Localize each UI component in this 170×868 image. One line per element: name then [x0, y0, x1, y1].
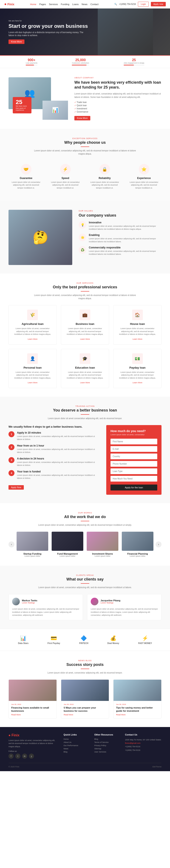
blog-1-read[interactable]: Read More	[11, 714, 54, 716]
loan-type[interactable]	[111, 468, 157, 474]
work-carousel: ‹ Startup Funding Lorem ipsum dolor Fund…	[8, 532, 162, 557]
nav-right: 🔍 +1(456) 754-5216 Login Apply now	[114, 2, 166, 7]
loan-step-1: 1 Apply in 10 minutes Lorem ipsum dolor …	[8, 431, 100, 441]
carousel-next[interactable]: ›	[155, 541, 162, 547]
loan-steps-section: We usually follow 4 steps to get a bette…	[8, 425, 100, 495]
loan-phone[interactable]	[111, 461, 157, 467]
quick-link-news[interactable]: News	[63, 748, 88, 750]
loan-header: Trading action You deserve a better busi…	[8, 405, 162, 420]
value-responsible: ♻️ Commercially responsible Lorem ipsum …	[79, 246, 162, 256]
carousel-prev[interactable]: ‹	[8, 541, 15, 547]
agricultural-learn[interactable]: Learn More	[13, 338, 52, 340]
resource-terms[interactable]: Terms of Service	[94, 741, 119, 743]
education-learn[interactable]: Learn More	[65, 381, 105, 384]
nav-news[interactable]: News	[82, 3, 88, 5]
investment-image	[87, 532, 118, 551]
blog-2-date: Jun 30, 2019	[64, 704, 107, 705]
services-label: Our Services	[8, 282, 162, 284]
loan-form-sub: Lorem ipsum dolor sit amet, consectetur	[111, 434, 157, 436]
nav-funding[interactable]: Funding	[61, 3, 69, 5]
loan-firstname[interactable]	[111, 439, 157, 444]
resource-user[interactable]: User Services	[94, 751, 119, 753]
testi-1-avatar	[12, 598, 20, 606]
financial-sub: Lorem ipsum dolor	[122, 555, 153, 557]
contact-email[interactable]: finixio@gmail.com	[125, 741, 162, 745]
agricultural-icon: 🌾	[27, 310, 38, 320]
stat-customers: 25,000 Customers satisfaction	[72, 58, 89, 65]
dealmoney-icon: 💰	[107, 635, 119, 641]
about-text: Lorem ipsum dolor sit amet, consectetur …	[74, 92, 162, 99]
nav-pages[interactable]: Pages	[39, 3, 46, 5]
work-startup: Startup Funding Lorem ipsum dolor	[17, 532, 48, 557]
service-agricultural: 🌾 Agricultural loan Lorem ipsum dolor si…	[8, 305, 57, 345]
quick-link-blog[interactable]: Blog	[63, 751, 88, 753]
phone-number: +1(456) 754-5216	[119, 3, 136, 5]
quick-link-home[interactable]: Home	[63, 738, 88, 740]
values-title: Our company values	[79, 213, 162, 218]
nav-home[interactable]: Home	[30, 3, 36, 5]
loan-submit-button[interactable]: Apply for the loan	[111, 485, 157, 491]
loan-email[interactable]	[111, 446, 157, 452]
house-learn[interactable]: Learn More	[118, 338, 157, 340]
social-linkedin[interactable]: in	[22, 753, 27, 758]
services-underline	[81, 291, 89, 291]
nav-loans[interactable]: Loans	[72, 3, 79, 5]
step-2-content: Hear from us in 1 hour Lorem ipsum dolor…	[17, 444, 100, 454]
nav-services[interactable]: Services	[49, 3, 58, 5]
firstpayday-icon: 💳	[48, 635, 60, 641]
blog-1-title: Financing loans available to small busin…	[11, 706, 54, 712]
blog-2-read[interactable]: Read More	[64, 714, 107, 716]
loan-amount[interactable]	[111, 476, 157, 482]
check-1: Trade loan	[74, 101, 162, 103]
why-guarantee-title: Guarantee	[11, 177, 41, 180]
about-cta[interactable]: Know More	[74, 116, 90, 120]
footer-brand: ● Finix Lorem ipsum dolor sit amet, cons…	[8, 733, 57, 758]
loan-steps-title: We usually follow 4 steps to get a bette…	[8, 425, 100, 428]
blog-label: News Blog	[8, 659, 162, 662]
loan-step-2: 2 Hear from us in 1 hour Lorem ipsum dol…	[8, 444, 100, 454]
startup-sub: Lorem ipsum dolor	[17, 555, 48, 557]
step-4-num: 4	[8, 470, 15, 476]
quick-link-about[interactable]: About Us	[63, 741, 88, 743]
step-3-num: 3	[8, 457, 15, 463]
blog-2-title: 5 Ways you can prepare your business for…	[64, 706, 107, 712]
title-underline	[81, 147, 89, 147]
search-icon[interactable]: 🔍	[114, 3, 117, 5]
check-3: Investment	[74, 107, 162, 110]
partner-dealmoney: 💰 Deal Money	[107, 635, 119, 644]
step-2-num: 2	[8, 444, 15, 450]
social-youtube[interactable]: y	[29, 753, 34, 758]
logo[interactable]: ● Finix	[4, 2, 15, 6]
value-responsible-content: Commercially responsible Lorem ipsum dol…	[89, 246, 162, 256]
loan-step-3: 3 A decision in 24 hours Lorem ipsum dol…	[8, 457, 100, 467]
apply-button[interactable]: Apply now	[151, 2, 166, 6]
apply-now-button[interactable]: Apply Now	[8, 485, 24, 490]
resource-blog[interactable]: Blog	[94, 738, 119, 740]
personal-title: Personal loan	[13, 366, 52, 369]
payday-learn[interactable]: Learn More	[118, 381, 157, 384]
nav-contact[interactable]: Contact	[90, 3, 98, 5]
quick-link-performance[interactable]: Our Performance	[63, 744, 88, 747]
testi-2-header: Jacqueline Pitang Lorem Testings	[91, 598, 158, 606]
personal-learn[interactable]: Learn More	[13, 381, 52, 384]
about-label: About Company	[74, 76, 162, 79]
blog-1-content: Jun 30, 2019 Financing loans available t…	[9, 701, 57, 718]
social-facebook[interactable]: f	[8, 753, 13, 758]
why-subtitle: Lorem ipsum dolor sit amet, consectetur …	[32, 149, 138, 155]
why-card-reliability: 🔒 Reliability Lorem ipsum dolor sit cons…	[87, 160, 122, 193]
reliability-icon: 🔒	[100, 164, 110, 175]
business-learn[interactable]: Learn More	[65, 338, 105, 340]
blog-3-read[interactable]: Read More	[116, 714, 159, 716]
hero-subtitle: Lorem elit duis fugituptur ut a distinct…	[8, 31, 89, 37]
partner-fastmoney: ⚡ FAST MONEY	[138, 635, 152, 644]
startup-image	[17, 532, 48, 551]
resource-privacy[interactable]: Privacy Policy	[94, 744, 119, 747]
resource-sitemap[interactable]: Sitemap	[94, 748, 119, 750]
social-twitter[interactable]: t	[15, 753, 20, 758]
why-grid: 🤝 Guarantee Lorem ipsum dolor sit consec…	[8, 160, 162, 193]
login-button[interactable]: Login	[138, 2, 148, 7]
startup-title: Startup Funding	[17, 553, 48, 555]
loan-country[interactable]	[111, 454, 157, 459]
other-resources-list: Blog Terms of Service Privacy Policy Sit…	[94, 738, 119, 753]
hero-cta[interactable]: Know More	[8, 39, 24, 44]
